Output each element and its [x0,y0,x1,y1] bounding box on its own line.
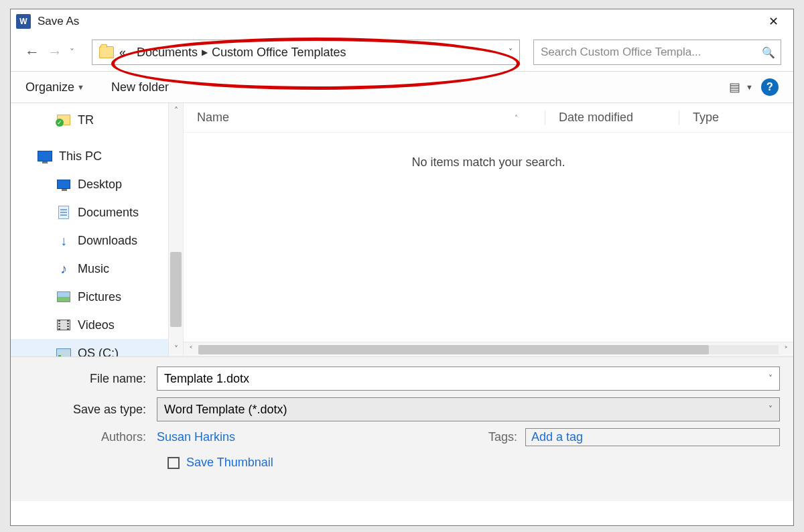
breadcrumb-overflow[interactable]: « [119,46,126,60]
list-empty-message: No items match your search. [184,133,793,342]
scroll-track[interactable] [169,118,183,342]
tree-label: Music [78,262,109,276]
folder-icon [99,46,114,58]
file-list: Name ˄ Date modified Type No items match… [184,103,793,356]
help-button[interactable]: ? [761,78,779,96]
filename-input[interactable]: Template 1.dotx ˅ [157,367,780,391]
word-icon: W [16,14,31,29]
savetype-value: Word Template (*.dotx) [164,403,287,417]
scroll-left-icon[interactable]: ˂ [184,345,198,354]
list-header: Name ˄ Date modified Type [184,103,793,133]
save-thumbnail-label[interactable]: Save Thumbnail [186,456,273,470]
tree-label: Downloads [78,234,137,248]
scroll-up-icon[interactable]: ˄ [169,103,183,118]
column-date[interactable]: Date modified [545,111,679,125]
column-type[interactable]: Type [679,111,793,125]
back-button[interactable]: ← [23,43,42,62]
footer-panel: File name: Template 1.dotx ˅ Save as typ… [11,356,793,501]
tree-label: Documents [78,206,139,220]
save-thumbnail-checkbox[interactable] [168,457,180,469]
sort-indicator-icon: ˄ [515,114,518,121]
nav-bar: ← → ˅ « Documents ▶ Custom Office Templa… [11,34,793,71]
close-button[interactable]: ✕ [758,11,788,31]
breadcrumb-bar[interactable]: « Documents ▶ Custom Office Templates ˅ [92,40,520,65]
tree-scrollbar[interactable]: ˄ ˅ [168,103,183,356]
tree-label: Desktop [78,178,122,192]
tree-item-tr[interactable]: TR [11,106,183,134]
music-icon: ♪ [56,262,71,275]
newfolder-label: New folder [111,80,169,94]
column-label: Date modified [559,111,633,124]
tree-item-music[interactable]: ♪ Music [11,255,183,283]
document-icon [56,206,71,219]
titlebar: W Save As ✕ [11,9,793,34]
scroll-thumb[interactable] [198,345,709,354]
tree-label: Videos [78,318,115,332]
recent-dropdown[interactable]: ˅ [68,47,76,58]
tags-label: Tags: [488,430,517,444]
authors-value[interactable]: Susan Harkins [157,430,235,444]
savetype-label: Save as type: [24,403,157,417]
tree-label: OS (C:) [78,346,119,357]
pictures-icon [56,290,71,304]
monitor-icon [38,149,52,163]
search-placeholder: Search Custom Office Templa... [541,46,758,59]
tree-label: Pictures [78,290,121,304]
filename-value: Template 1.dotx [164,372,249,386]
tree-item-osc[interactable]: OS (C:) [11,339,183,356]
tree-label: TR [78,113,94,127]
authors-label: Authors: [24,430,157,444]
tags-input[interactable]: Add a tag [525,428,780,446]
chevron-down-icon: ▼ [77,83,84,91]
download-icon: ↓ [56,234,71,247]
organize-button[interactable]: Organize ▼ [25,80,84,94]
toolbar: Organize ▼ New folder ▤▼ ? [11,71,793,103]
tags-placeholder: Add a tag [531,430,583,444]
desktop-icon [56,178,71,191]
chevron-down-icon[interactable]: ˅ [768,405,773,414]
chevron-down-icon[interactable]: ˅ [768,374,773,383]
column-label: Name [197,111,229,125]
folder-tree: TR This PC Desktop Documents ↓ Downloads… [11,103,184,356]
folder-synced-icon [56,113,71,127]
scroll-down-icon[interactable]: ˅ [169,342,183,356]
forward-button[interactable]: → [46,43,64,62]
list-h-scrollbar[interactable]: ˂ ˃ [184,342,793,356]
tree-item-documents[interactable]: Documents [11,198,183,226]
tree-label: This PC [59,149,102,163]
tree-item-downloads[interactable]: ↓ Downloads [11,226,183,255]
scroll-track[interactable] [198,345,779,354]
column-label: Type [693,111,719,124]
new-folder-button[interactable]: New folder [111,80,169,94]
window-title: Save As [38,15,79,28]
search-input[interactable]: Search Custom Office Templa... 🔍 [533,40,781,65]
organize-label: Organize [25,80,74,94]
tree-item-pictures[interactable]: Pictures [11,283,183,311]
tree-item-thispc[interactable]: This PC [11,142,183,170]
breadcrumb-documents[interactable]: Documents [137,46,198,60]
filename-label: File name: [24,372,157,386]
videos-icon [56,318,71,332]
view-options-button[interactable]: ▤▼ [729,80,748,94]
scroll-thumb[interactable] [170,252,182,327]
tree-item-videos[interactable]: Videos [11,311,183,339]
breadcrumb-dropdown[interactable]: ˅ [509,48,513,57]
tree-item-desktop[interactable]: Desktop [11,170,183,198]
savetype-select[interactable]: Word Template (*.dotx) ˅ [157,397,780,421]
scroll-right-icon[interactable]: ˃ [779,345,793,354]
save-as-dialog: W Save As ✕ ← → ˅ « Documents ▶ Custom O… [10,9,794,526]
chevron-right-icon[interactable]: ▶ [202,48,208,57]
breadcrumb-current[interactable]: Custom Office Templates [212,46,346,60]
search-icon[interactable]: 🔍 [762,46,774,59]
column-name[interactable]: Name ˄ [184,111,545,125]
drive-icon [56,346,71,356]
